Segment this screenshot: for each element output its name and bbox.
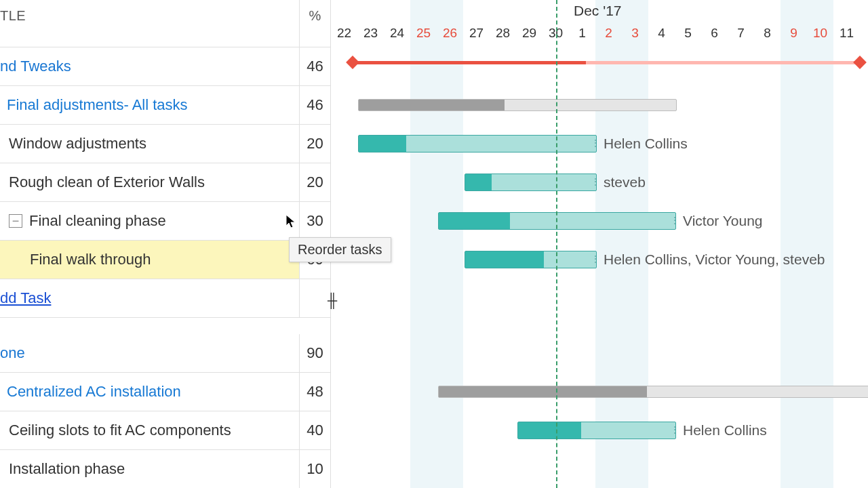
task-row-r9[interactable]: Installation phase10 — [0, 450, 330, 488]
reorder-tooltip: Reorder tasks — [289, 237, 391, 262]
task-percent: 10 — [299, 450, 330, 488]
task-percent: 90 — [299, 334, 330, 372]
milestone-end-diamond[interactable] — [853, 56, 867, 69]
day-label: 22 — [331, 26, 357, 41]
day-label: 9 — [781, 26, 807, 41]
day-label: 23 — [357, 26, 384, 41]
task-row-r3[interactable]: Rough clean of Exterior Walls20 — [0, 163, 330, 202]
day-label: 5 — [675, 26, 701, 41]
task-title: Rough clean of Exterior Walls — [9, 174, 205, 191]
task-percent: 20 — [299, 163, 330, 201]
task-percent: 30 — [299, 202, 330, 240]
task-title: Window adjustments — [9, 135, 146, 152]
task-title: Installation phase — [9, 460, 125, 478]
assignee-label: Helen Collins, Victor Young, steveb — [604, 251, 825, 268]
bar-resize-handle[interactable]: ⋮ — [670, 215, 673, 227]
task-bar[interactable]: ⋮ — [465, 174, 597, 191]
pane-splitter[interactable]: ╫ — [328, 293, 337, 308]
task-title: Centralized AC installation — [7, 383, 181, 401]
task-row-r0[interactable]: nd Tweaks46 — [0, 47, 330, 86]
task-bar[interactable]: ⋮ — [358, 135, 597, 152]
task-row-r1[interactable]: Final adjustments- All tasks46 — [0, 86, 330, 125]
task-row-r4[interactable]: −Final cleaning phase30 — [0, 202, 330, 241]
task-row-r7[interactable]: Centralized AC installation48 — [0, 373, 330, 411]
task-percent: 46 — [299, 47, 330, 85]
task-title: Final walk through — [30, 251, 151, 268]
day-label: 3 — [622, 26, 648, 41]
bar-resize-handle[interactable]: ⋮ — [591, 176, 593, 188]
bar-resize-handle[interactable]: ⋮ — [670, 424, 673, 436]
day-label: 25 — [410, 26, 437, 41]
assignee-label: steveb — [604, 174, 646, 190]
title-column-header[interactable]: TLE — [0, 0, 299, 47]
day-label: 26 — [437, 26, 463, 41]
month-label: Dec '17 — [574, 3, 622, 19]
day-label: 8 — [754, 26, 781, 41]
day-label: 6 — [701, 26, 728, 41]
task-row-r5[interactable]: Final walk through60 — [0, 241, 330, 279]
task-percent: 48 — [299, 373, 330, 411]
task-list-panel: TLE % nd Tweaks46Final adjustments- All … — [0, 0, 331, 488]
day-label: 24 — [384, 26, 410, 41]
day-label: 10 — [807, 26, 833, 41]
task-list-header: TLE % — [0, 0, 330, 47]
collapse-icon[interactable]: − — [9, 214, 22, 228]
day-label: 4 — [648, 26, 675, 41]
task-title: Final adjustments- All tasks — [7, 96, 188, 114]
task-title: nd Tweaks — [0, 58, 71, 75]
task-bar[interactable]: ⋮ — [438, 212, 676, 230]
percent-column-header[interactable]: % — [299, 0, 330, 47]
bar-resize-handle[interactable]: ⋮ — [591, 138, 593, 150]
day-label: 29 — [516, 26, 542, 41]
day-label: 11 — [833, 26, 860, 41]
task-bar[interactable]: ⋮ — [517, 422, 676, 439]
task-title: Ceiling slots to fit AC components — [9, 422, 231, 439]
day-label: 27 — [463, 26, 490, 41]
assignee-label: Victor Young — [683, 213, 763, 229]
milestone-start-diamond[interactable] — [346, 56, 359, 69]
summary-bar[interactable] — [358, 99, 677, 111]
day-labels: 2223242526272829301234567891011 — [331, 26, 860, 41]
task-title: Final cleaning phase — [29, 212, 166, 230]
task-percent: 46 — [299, 86, 330, 124]
day-label: 2 — [595, 26, 622, 41]
task-percent: 20 — [299, 125, 330, 163]
day-label: 7 — [728, 26, 754, 41]
day-label: 28 — [490, 26, 516, 41]
today-line — [556, 0, 557, 488]
summary-bar[interactable] — [438, 386, 868, 398]
task-percent: 40 — [299, 411, 330, 449]
task-row-r6[interactable]: one90 — [0, 334, 330, 373]
day-label: 1 — [569, 26, 595, 41]
task-bar[interactable]: ⋮ — [465, 251, 597, 268]
assignee-label: Helen Collins — [604, 136, 688, 152]
bar-resize-handle[interactable]: ⋮ — [591, 253, 593, 266]
gantt-panel[interactable]: Dec '17 2223242526272829301234567891011 … — [331, 0, 868, 488]
timeline-header: Dec '17 2223242526272829301234567891011 — [331, 0, 868, 47]
task-row-r2[interactable]: Window adjustments20 — [0, 125, 330, 163]
assignee-label: Helen Collins — [683, 422, 767, 439]
task-row-r8[interactable]: Ceiling slots to fit AC components40 — [0, 411, 330, 450]
task-title: one — [0, 344, 25, 362]
add-task-link[interactable]: dd Task — [0, 279, 330, 318]
